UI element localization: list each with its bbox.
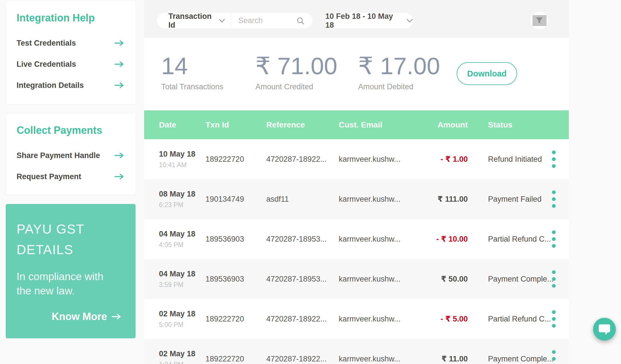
date-cell: 02 May 18 1:24 PM (159, 349, 195, 364)
date-cell: 02 May 18 5:00 PM (159, 310, 195, 329)
email-cell: karmveer.kushw... (339, 339, 400, 364)
sidebar-link[interactable]: Request Payment (17, 166, 124, 187)
collect-payments-title: Collect Payments (17, 124, 125, 136)
collect-payments-card: Collect Payments Share Payment Handle Re… (6, 114, 136, 195)
header-txn-id: Txn Id (205, 110, 229, 139)
gst-banner-title: PAYU GST DETAILS (17, 219, 125, 260)
status-cell: Payment Comple... (488, 339, 554, 364)
email-cell: karmveer.kushw... (339, 179, 400, 219)
email-cell: karmveer.kushw... (339, 219, 400, 259)
txn-id-cell: 189536903 (205, 259, 244, 299)
date-range-picker[interactable]: 10 Feb 18 - 10 May 18 (325, 13, 413, 29)
table-row: 02 May 18 5:00 PM 189222720 4720287-1892… (144, 299, 569, 339)
search-icon[interactable] (297, 17, 305, 25)
integration-help-card: Integration Help Test Credentials Live C… (6, 1, 136, 104)
header-amount: Amount (415, 110, 468, 139)
date-cell: 04 May 18 3:59 PM (159, 270, 195, 289)
gst-banner[interactable]: PAYU GST DETAILS In compliance with the … (6, 204, 136, 338)
chevron-down-icon (407, 19, 413, 23)
email-cell: karmveer.kushw... (339, 299, 400, 339)
sidebar-link-label: Request Payment (17, 172, 81, 181)
header-status: Status (488, 110, 513, 139)
row-menu-button[interactable] (552, 151, 556, 168)
stat-value: 14 (161, 54, 223, 78)
sidebar-link[interactable]: Integration Details (17, 75, 124, 96)
row-menu-button[interactable] (552, 270, 556, 288)
status-cell: Payment Failed (488, 179, 542, 219)
sidebar-link-label: Live Credentials (17, 60, 76, 69)
sidebar-link-label: Share Payment Handle (17, 151, 100, 160)
row-menu-button[interactable] (552, 230, 556, 248)
txn-id-cell: 189222720 (205, 139, 244, 179)
reference-cell: 4720287-18922... (266, 339, 327, 364)
amount-cell: ₹ 50.00 (415, 259, 468, 299)
stat-label: Amount Debited (358, 82, 440, 91)
arrow-right-icon (114, 152, 124, 159)
sidebar-link[interactable]: Share Payment Handle (17, 145, 124, 166)
stat-label: Total Transactions (161, 82, 223, 91)
sidebar-link[interactable]: Live Credentials (17, 54, 124, 75)
topbar: Transaction Id 10 Feb 18 - 10 May 18 (144, 0, 569, 38)
status-cell: Partial Refund C... (488, 299, 551, 339)
stat-value: ₹ 17.00 (358, 54, 440, 78)
arrow-right-icon (114, 82, 124, 89)
chat-button[interactable] (593, 318, 616, 341)
sidebar-link-label: Test Credentials (17, 39, 76, 48)
txn-id-cell: 189222720 (205, 299, 244, 339)
row-menu-button[interactable] (552, 191, 556, 208)
amount-cell: - ₹ 10.00 (415, 219, 468, 259)
chat-icon (599, 324, 610, 332)
table-header: Date Txn Id Reference Cust. Email Amount… (144, 110, 569, 139)
amount-cell: - ₹ 5.00 (415, 299, 468, 339)
filter-funnel-icon (536, 17, 543, 24)
know-more-link[interactable]: Know More (52, 311, 121, 323)
header-reference: Reference (266, 110, 305, 139)
arrow-right-icon (114, 40, 124, 46)
row-menu-button[interactable] (552, 350, 556, 364)
filter-button[interactable] (531, 12, 548, 29)
date-cell: 10 May 18 10:41 AM (159, 150, 195, 169)
sidebar-link-label: Integration Details (17, 81, 84, 90)
reference-cell: 4720287-18922... (266, 139, 327, 179)
table-row: 02 May 18 1:24 PM 189222720 4720287-1892… (144, 339, 569, 364)
header-date: Date (159, 110, 176, 139)
stat-amount-debited: ₹ 17.00 Amount Debited (358, 54, 440, 91)
chevron-down-icon (219, 19, 225, 23)
search-category-dropdown[interactable]: Transaction Id (157, 13, 231, 29)
gst-banner-body: In compliance with the new law. (17, 270, 125, 298)
download-button[interactable]: Download (457, 62, 517, 85)
email-cell: karmveer.kushw... (339, 259, 400, 299)
table-row: 04 May 18 4:05 PM 189536903 4720287-1895… (144, 219, 569, 259)
stat-total-transactions: 14 Total Transactions (161, 54, 223, 91)
stat-amount-credited: ₹ 71.00 Amount Credited (255, 54, 337, 91)
search-input[interactable] (231, 16, 288, 25)
reference-cell: 4720287-18922... (266, 299, 327, 339)
arrow-right-icon (114, 61, 124, 68)
status-cell: Partial Refund C... (488, 219, 551, 259)
arrow-right-icon (114, 173, 124, 180)
date-cell: 04 May 18 4:05 PM (159, 230, 195, 249)
email-cell: karmveer.kushw... (339, 139, 400, 179)
reference-cell: 4720287-18953... (266, 219, 327, 259)
amount-cell: ₹ 11.00 (415, 339, 468, 364)
stat-label: Amount Credited (255, 82, 337, 91)
txn-id-cell: 189536903 (205, 219, 244, 259)
table-row: 10 May 18 10:41 AM 189222720 4720287-189… (144, 139, 569, 179)
table-row: 08 May 18 6:23 PM 190134749 asdf11 karmv… (144, 179, 569, 219)
status-cell: Payment Comple... (488, 259, 554, 299)
reference-cell: 4720287-18953... (266, 259, 327, 299)
integration-help-title: Integration Help (17, 12, 125, 24)
txn-id-cell: 189222720 (205, 339, 244, 364)
sidebar-link[interactable]: Test Credentials (17, 33, 124, 54)
arrow-right-icon (112, 313, 121, 320)
row-menu-button[interactable] (552, 310, 556, 328)
transactions-table-body: 10 May 18 10:41 AM 189222720 4720287-189… (144, 139, 569, 364)
amount-cell: ₹ 111.00 (415, 179, 468, 219)
stat-value: ₹ 71.00 (255, 54, 337, 78)
amount-cell: - ₹ 1.00 (415, 139, 468, 179)
reference-cell: asdf11 (266, 179, 289, 219)
header-cust-email: Cust. Email (339, 110, 382, 139)
status-cell: Refund Initiated (488, 139, 542, 179)
txn-id-cell: 190134749 (205, 179, 244, 219)
table-row: 04 May 18 3:59 PM 189536903 4720287-1895… (144, 259, 569, 299)
